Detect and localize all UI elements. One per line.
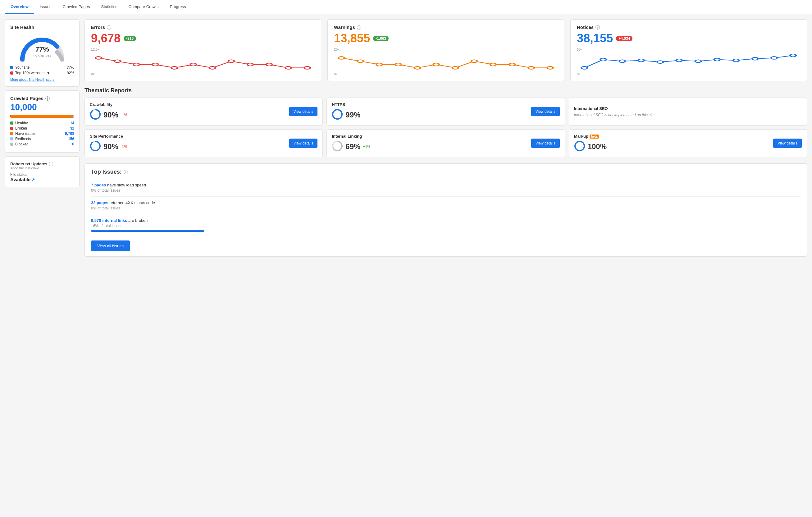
more-about-score-link[interactable]: More about Site Health score xyxy=(10,78,74,81)
report-title-markup: Markupbeta xyxy=(574,134,607,139)
tab-progress[interactable]: Progress xyxy=(164,0,191,14)
stats-healthy: Healthy 14 xyxy=(10,121,74,125)
robots-info-icon: i xyxy=(49,162,53,166)
tab-issues[interactable]: Issues xyxy=(34,0,57,14)
blocked-dot xyxy=(10,143,13,146)
view-details-btn-https[interactable]: View details xyxy=(531,107,560,116)
svg-point-36 xyxy=(790,54,796,57)
view-details-btn-crawlability[interactable]: View details xyxy=(289,107,318,116)
robots-card: Robots.txt Updates i since the last craw… xyxy=(5,156,80,188)
svg-point-30 xyxy=(676,59,682,62)
metric-value-notices: 38,155 xyxy=(577,32,613,45)
top-issues-section: Top Issues: i 7 pages have slow load spe… xyxy=(85,164,807,257)
broken-label: Broken xyxy=(15,126,27,131)
svg-point-38 xyxy=(91,110,100,119)
gauge-text: 77% no changes xyxy=(33,46,51,57)
metric-card-errors: Errors i 9,678 -316 12.5k 0k xyxy=(85,19,321,81)
svg-point-18 xyxy=(433,63,439,66)
healthy-label: Healthy xyxy=(15,121,28,125)
metric-value-warnings: 13,855 xyxy=(334,32,370,45)
issue-text-broken-links: 9,578 internal links are broken xyxy=(91,218,801,223)
issue-text-4xx-status: 32 pages returned 4XX status code xyxy=(91,200,801,205)
file-status-value: Available ↗ xyxy=(10,177,74,182)
view-details-btn-site-performance[interactable]: View details xyxy=(289,139,318,148)
svg-point-27 xyxy=(619,60,625,63)
stats-broken: Broken 32 xyxy=(10,126,74,131)
svg-point-11 xyxy=(285,66,291,69)
report-title-https: HTTPS xyxy=(332,102,360,107)
healthy-count: 14 xyxy=(70,121,74,125)
report-change-internal-linking: +1% xyxy=(363,144,370,149)
site-health-card: Site Health 77% no changes xyxy=(5,19,80,87)
svg-point-17 xyxy=(414,66,420,69)
top-issues-info-icon: i xyxy=(124,170,128,174)
issue-broken-links: 9,578 internal links are broken 16% of t… xyxy=(91,214,801,235)
metric-info-icon-notices: i xyxy=(596,25,600,30)
svg-point-6 xyxy=(191,63,196,66)
svg-point-32 xyxy=(714,58,720,61)
metric-info-icon-errors: i xyxy=(107,25,111,30)
svg-point-4 xyxy=(152,63,158,66)
issues-label: Have issues xyxy=(15,132,35,136)
view-all-issues-button[interactable]: View all issues xyxy=(91,240,130,251)
svg-point-3 xyxy=(134,63,140,66)
svg-point-31 xyxy=(695,60,701,63)
report-change-crawlability: -1% xyxy=(121,113,127,117)
svg-point-22 xyxy=(509,63,515,66)
tab-overview[interactable]: Overview xyxy=(5,0,34,14)
top-issues-title: Top Issues: i xyxy=(91,169,801,175)
stats-have-issues: Have issues 9,798 xyxy=(10,132,74,136)
svg-point-21 xyxy=(490,63,496,66)
issue-text-slow-load: 7 pages have slow load speed xyxy=(91,183,801,188)
report-card-internal-linking: Internal Linking 69% +1% View details xyxy=(326,129,565,157)
broken-count: 32 xyxy=(70,126,74,131)
legend-item-top10: Top-10% websites ▼ 92% xyxy=(10,71,74,75)
metric-card-warnings: Warnings i 13,855 -1,063 20k 0k xyxy=(327,19,564,81)
tab-statistics[interactable]: Statistics xyxy=(96,0,123,14)
report-percent-site-performance: 90% xyxy=(104,142,118,151)
issue-bar-broken-links xyxy=(91,230,204,232)
tab-crawled-pages[interactable]: Crawled Pages xyxy=(57,0,95,14)
svg-point-34 xyxy=(752,57,758,60)
view-details-btn-markup[interactable]: View details xyxy=(773,139,802,148)
report-percent-crawlability: 90% xyxy=(104,111,118,119)
svg-point-33 xyxy=(733,59,739,62)
stats-blocked: Blocked 0 xyxy=(10,142,74,146)
issues-list: 7 pages have slow load speed 0% of total… xyxy=(91,179,801,235)
gauge-container: 77% no changes xyxy=(18,33,67,61)
issue-link-4xx-status[interactable]: 32 pages xyxy=(91,200,108,205)
svg-point-26 xyxy=(600,58,606,61)
report-ring-site-performance xyxy=(90,140,101,152)
svg-point-16 xyxy=(396,63,401,66)
metric-label-errors: Errors i xyxy=(91,25,315,30)
external-link-icon[interactable]: ↗ xyxy=(32,177,35,182)
intl-seo-note: International SEO is not implemented on … xyxy=(574,113,656,117)
issue-slow-load: 7 pages have slow load speed 0% of total… xyxy=(91,179,801,197)
metric-badge-errors: -316 xyxy=(124,36,136,41)
report-ring-crawlability xyxy=(90,109,101,121)
view-details-btn-internal-linking[interactable]: View details xyxy=(531,139,560,148)
broken-dot xyxy=(10,127,13,130)
reports-grid: Crawlability 90% -1% View details HTTPS xyxy=(85,97,807,157)
report-title-crawlability: Crawlability xyxy=(90,102,127,107)
metric-label-notices: Notices i xyxy=(577,25,801,30)
report-title-international-seo: International SEO xyxy=(574,106,656,111)
file-status-label: File status xyxy=(10,172,74,177)
svg-point-15 xyxy=(376,63,382,66)
report-ring-https xyxy=(332,109,343,121)
metric-card-notices: Notices i 38,155 +4,034 50k 0k xyxy=(570,19,807,81)
issue-link-slow-load[interactable]: 7 pages xyxy=(91,183,106,188)
report-title-site-performance: Site Performance xyxy=(90,134,127,139)
crawled-pages-info-icon: i xyxy=(45,96,50,100)
metric-badge-warnings: -1,063 xyxy=(373,36,388,41)
report-card-markup: Markupbeta 100% View details xyxy=(569,129,807,157)
beta-badge: beta xyxy=(589,135,599,139)
svg-point-20 xyxy=(471,60,477,63)
svg-point-23 xyxy=(528,66,534,69)
crawled-pages-bar xyxy=(10,115,74,118)
thematic-reports-section: Thematic Reports Crawlability 90% -1% Vi… xyxy=(85,87,807,157)
tab-compare-crawls[interactable]: Compare Crawls xyxy=(123,0,164,14)
robots-subtitle: since the last crawl xyxy=(10,166,74,170)
redirects-segment xyxy=(73,115,74,118)
issue-link-broken-links[interactable]: 9,578 internal links xyxy=(91,218,127,223)
